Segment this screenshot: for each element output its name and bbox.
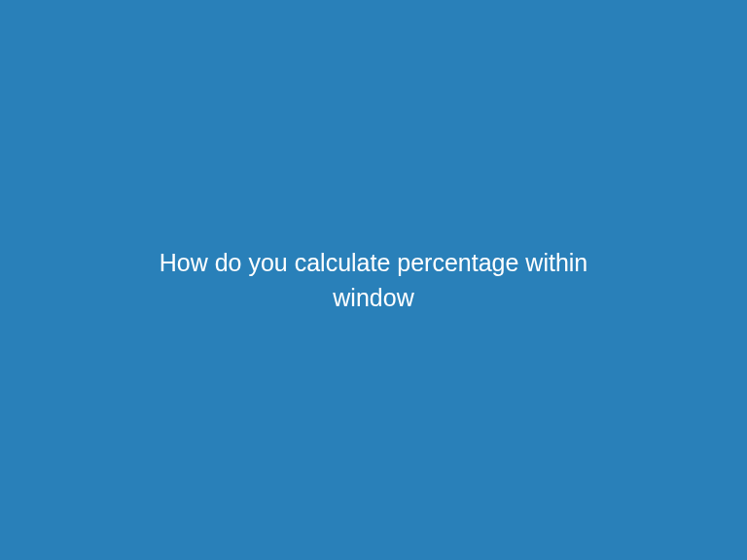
page-title: How do you calculate percentage within w… — [101, 245, 646, 316]
